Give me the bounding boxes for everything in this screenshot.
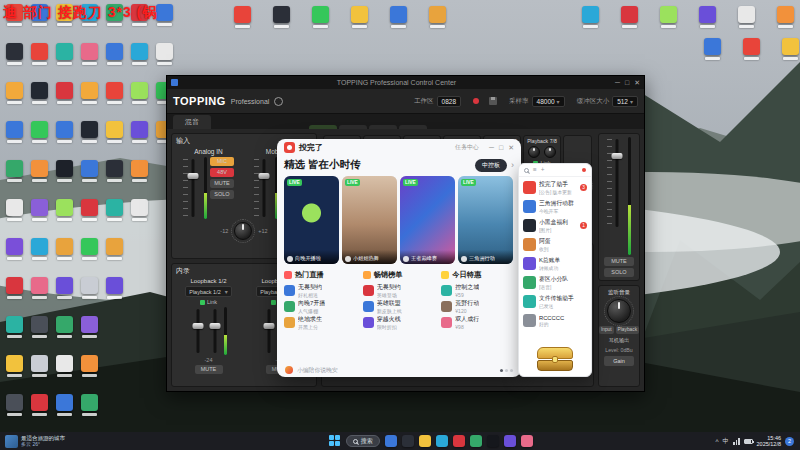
chat-list-item[interactable]: RCCCCC 好的 (519, 311, 591, 330)
list-item[interactable]: 双人成行 ¥98 (441, 314, 514, 330)
desktop-icon[interactable] (52, 353, 77, 392)
desktop-icon[interactable] (27, 392, 52, 431)
desktop-icon[interactable] (102, 80, 127, 119)
loopback-source-select[interactable]: Playback 1/2▾ (185, 286, 232, 297)
desktop-icon[interactable] (52, 236, 77, 275)
loopback-fader-right[interactable] (207, 307, 221, 355)
taskbar-app-icon[interactable] (402, 435, 414, 447)
desktop-icon[interactable] (656, 4, 681, 28)
desktop-icon[interactable] (2, 236, 27, 275)
desktop-icon[interactable] (2, 41, 27, 80)
desktop-icon[interactable] (77, 353, 102, 392)
desktop-icon[interactable] (27, 197, 52, 236)
chat-list-item[interactable]: 阿蛋 收到 (519, 235, 591, 254)
record-indicator-icon[interactable] (473, 98, 479, 104)
desktop-icon[interactable] (578, 4, 603, 28)
desktop-icon[interactable] (27, 236, 52, 275)
desktop-icon[interactable] (2, 314, 27, 353)
desktop-icon[interactable] (52, 314, 77, 353)
desktop-icon[interactable] (27, 80, 52, 119)
phantom-48v-button[interactable]: 48V (210, 168, 234, 177)
desktop-icon[interactable] (127, 158, 152, 197)
list-item[interactable]: 绝地求生 开黑上分 (284, 314, 357, 330)
desktop-icon[interactable] (386, 4, 411, 28)
tray-chevron-icon[interactable]: ^ (715, 438, 718, 445)
desktop-icon[interactable] (52, 275, 77, 314)
launcher-titlebar[interactable]: 投完了 任务中心 ─ □ ✕ (277, 139, 521, 156)
desktop-icon[interactable] (2, 119, 27, 158)
desktop-icon[interactable] (52, 197, 77, 236)
taskbar-app-icon[interactable] (487, 435, 499, 447)
desktop-icon[interactable] (52, 119, 77, 158)
desktop-icon[interactable] (695, 4, 720, 28)
list-item[interactable]: 英雄联盟 新皮肤上线 (363, 298, 436, 314)
desktop-icon[interactable] (127, 41, 152, 80)
widgets-news-button[interactable]: 最适合旅游的城市 多云 26° (0, 435, 152, 448)
desktop-icon[interactable] (700, 36, 725, 60)
desktop-icon[interactable] (739, 36, 764, 60)
menu-icon[interactable]: ≡ (533, 167, 537, 174)
network-icon[interactable] (733, 438, 740, 445)
output-fader[interactable] (607, 137, 625, 229)
desktop-icon[interactable] (77, 80, 102, 119)
monitor-volume-knob[interactable] (607, 299, 631, 323)
desktop-icon[interactable] (734, 4, 759, 28)
live-stream-card[interactable]: LIVE 王者巅峰赛 (400, 176, 455, 264)
desktop-icon[interactable] (27, 314, 52, 353)
chat-list-item[interactable]: 三角洲行动群 今晚开车 (519, 197, 591, 216)
desktop-icon[interactable] (102, 236, 127, 275)
desktop-icon[interactable] (52, 41, 77, 80)
list-item[interactable]: 荒野行动 ¥120 (441, 298, 514, 314)
chat-list-item[interactable]: 小黑盒福利 [图片] 1 (519, 216, 591, 235)
live-stream-card[interactable]: LIVE 向晚开播啦 (284, 176, 339, 264)
desktop-icon[interactable] (52, 158, 77, 197)
tab-mixer[interactable]: 混音 (173, 115, 211, 129)
taskbar-app-icon[interactable] (453, 435, 465, 447)
loopback-fader-left[interactable] (190, 307, 204, 355)
taskbar-app-icon[interactable] (470, 435, 482, 447)
solo-button[interactable]: SOLO (210, 190, 234, 199)
fader-thumb[interactable] (611, 153, 622, 159)
notification-count-badge[interactable]: 2 (785, 437, 794, 446)
desktop-icon[interactable] (77, 392, 102, 431)
desktop-icon[interactable] (27, 41, 52, 80)
list-item[interactable]: 无畏契约 好礼相送 (284, 282, 357, 298)
gear-icon[interactable] (274, 97, 283, 106)
minimize-icon[interactable]: ─ (489, 144, 494, 152)
minimize-icon[interactable]: ─ (615, 79, 620, 87)
desktop-icon[interactable] (77, 41, 102, 80)
desktop-icon[interactable] (102, 119, 127, 158)
add-icon[interactable]: + (541, 167, 545, 174)
taskbar-app-icon[interactable] (521, 435, 533, 447)
desktop-icon[interactable] (617, 4, 642, 28)
close-icon[interactable]: ✕ (508, 144, 514, 152)
channel-fader[interactable] (254, 157, 272, 219)
gain-button[interactable]: Gain (604, 356, 634, 366)
solo-button[interactable]: SOLO (604, 268, 634, 277)
pagination-dots[interactable] (500, 369, 513, 372)
desktop-icon[interactable] (2, 80, 27, 119)
desktop-icon[interactable] (2, 353, 27, 392)
desktop-icon[interactable] (27, 353, 52, 392)
monitor-playback-button[interactable]: Playback (616, 326, 639, 334)
treasure-chest-banner[interactable] (537, 347, 573, 373)
clock[interactable]: 15:46 2025/12/8 (757, 435, 781, 448)
desktop-icon[interactable] (127, 119, 152, 158)
fader-thumb[interactable] (187, 173, 198, 179)
chevron-right-icon[interactable]: › (511, 160, 514, 170)
desktop-icon[interactable] (308, 4, 333, 28)
launcher-task-center-link[interactable]: 任务中心 (455, 143, 479, 152)
mic-button[interactable]: MIC (210, 157, 234, 166)
desktop-icon[interactable] (77, 197, 102, 236)
desktop-icon[interactable] (2, 197, 27, 236)
desktop-icon[interactable] (77, 119, 102, 158)
desktop-icon[interactable] (77, 158, 102, 197)
input-method-indicator[interactable]: 中 (723, 437, 730, 446)
desktop-icon[interactable] (773, 4, 798, 28)
start-button[interactable] (329, 435, 341, 447)
list-item[interactable]: 控制之城 ¥59 (441, 282, 514, 298)
desktop-icon[interactable] (2, 158, 27, 197)
desktop-icon[interactable] (127, 197, 152, 236)
chat-list-item[interactable]: 文件传输助手 已发送 (519, 292, 591, 311)
desktop-icon[interactable] (347, 4, 372, 28)
